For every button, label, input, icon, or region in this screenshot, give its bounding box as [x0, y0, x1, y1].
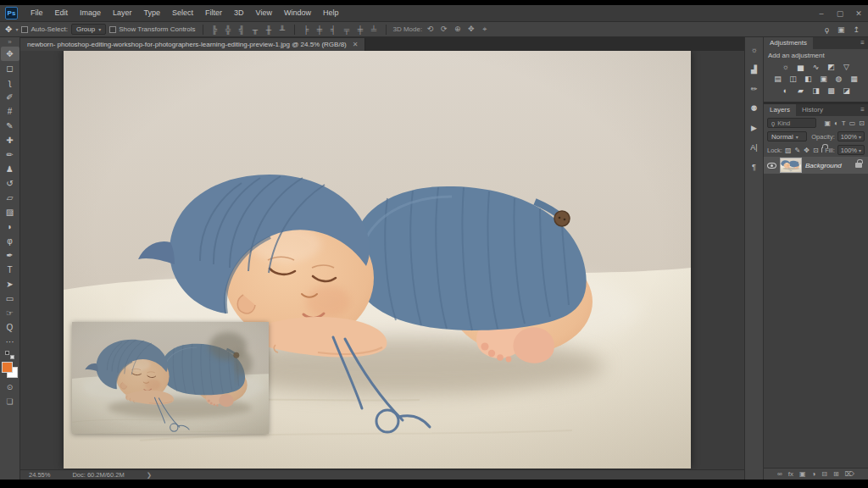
auto-select-checkbox[interactable]: [21, 26, 28, 33]
layer-mask-icon[interactable]: ▣: [799, 470, 806, 478]
blend-mode-dropdown[interactable]: Normal ▾: [767, 131, 807, 141]
lock-position-icon[interactable]: ✥: [804, 147, 810, 154]
menu-item[interactable]: Select: [166, 5, 199, 21]
clone-source-panel-icon[interactable]: ⚉: [746, 103, 763, 114]
lasso-tool[interactable]: ʅ: [1, 75, 19, 90]
align-center-horizontal-icon[interactable]: ╬: [224, 25, 233, 34]
distribute-left-icon[interactable]: ╞: [302, 25, 311, 34]
menu-item[interactable]: Help: [317, 5, 345, 21]
distribute-center-v-icon[interactable]: ╪: [356, 25, 365, 34]
actions-panel-icon[interactable]: ▶: [746, 122, 763, 134]
zoom-level[interactable]: 24.55%: [29, 471, 50, 479]
lock-transparency-icon[interactable]: ▨: [785, 147, 792, 154]
3d-camera-icon[interactable]: ⌖: [480, 25, 489, 34]
menu-item[interactable]: Window: [278, 5, 317, 21]
new-group-icon[interactable]: ⊟: [821, 470, 827, 478]
3d-orbit-icon[interactable]: ⟲: [426, 25, 435, 34]
screen-mode-icon[interactable]: ❏: [1, 394, 19, 408]
menu-item[interactable]: View: [250, 5, 278, 21]
distribute-bottom-icon[interactable]: ╧: [370, 25, 379, 34]
new-adjustment-icon[interactable]: ◑: [811, 470, 815, 478]
opacity-field[interactable]: 100% ▾: [837, 131, 865, 141]
menu-item[interactable]: Image: [74, 5, 107, 21]
layer-filter-dropdown[interactable]: ϙ Kind: [767, 118, 816, 128]
levels-icon[interactable]: ▅: [796, 62, 806, 71]
tab-close-icon[interactable]: ✕: [353, 41, 359, 48]
foreground-color-swatch[interactable]: [2, 362, 13, 373]
photo-filter-icon[interactable]: ▣: [819, 74, 829, 83]
chevron-down-icon[interactable]: ▾: [15, 26, 18, 32]
hue-saturation-icon[interactable]: ▤: [773, 74, 783, 83]
curves-icon[interactable]: ∿: [811, 62, 821, 71]
document-tab[interactable]: newborn- photoshop-editing-workshop-for-…: [20, 38, 365, 51]
gradient-map-icon[interactable]: ▩: [826, 86, 837, 95]
brush-settings-panel-icon[interactable]: ✏: [746, 83, 763, 95]
histogram-panel-icon[interactable]: ▟: [746, 64, 763, 75]
character-panel-icon[interactable]: A|: [746, 141, 763, 153]
menu-item[interactable]: Type: [138, 5, 167, 21]
layer-effects-icon[interactable]: fx: [788, 470, 793, 478]
layer-row-background[interactable]: Background: [764, 157, 868, 174]
search-icon[interactable]: ϙ: [825, 25, 829, 34]
spot-healing-tool[interactable]: ✚: [1, 133, 19, 147]
photo-canvas[interactable]: [64, 51, 691, 469]
align-bottom-icon[interactable]: ╨: [278, 25, 287, 34]
distribute-top-icon[interactable]: ╤: [342, 25, 352, 34]
eyedropper-tool[interactable]: ✎: [1, 119, 19, 133]
toolbar-collapse-icon[interactable]: »: [8, 38, 11, 47]
exposure-icon[interactable]: ◩: [826, 62, 837, 71]
zoom-tool[interactable]: Q: [1, 320, 19, 335]
canvas-pasteboard[interactable]: [20, 51, 744, 469]
dodge-tool[interactable]: φ: [1, 234, 19, 248]
lock-all-icon[interactable]: [821, 147, 823, 152]
status-chevron-icon[interactable]: ❯: [147, 471, 152, 479]
edit-toolbar-button[interactable]: ···: [1, 335, 19, 349]
history-brush-tool[interactable]: ↺: [1, 176, 19, 191]
brightness-contrast-icon[interactable]: ☼: [781, 62, 791, 71]
brush-tool[interactable]: ✏: [1, 147, 19, 162]
link-layers-icon[interactable]: ∞: [777, 470, 782, 478]
menu-item[interactable]: Filter: [199, 5, 228, 21]
blur-tool[interactable]: ◗: [1, 219, 19, 234]
show-transform-checkbox[interactable]: [109, 26, 116, 33]
adjustment-filter-icon[interactable]: ◐: [834, 119, 838, 127]
selective-color-icon[interactable]: ◪: [842, 86, 852, 95]
quick-selection-tool[interactable]: ✐: [1, 90, 19, 104]
align-right-icon[interactable]: ╣: [237, 25, 247, 34]
black-white-icon[interactable]: ◧: [804, 74, 814, 83]
3d-pan-icon[interactable]: ⊕: [453, 25, 462, 34]
quick-mask-icon[interactable]: ⊙: [1, 380, 19, 394]
eraser-tool[interactable]: ▱: [1, 191, 19, 205]
tab-layers[interactable]: Layers: [764, 104, 796, 116]
3d-slide-icon[interactable]: ✥: [466, 25, 476, 34]
shape-tool[interactable]: ▭: [1, 291, 19, 306]
delete-layer-icon[interactable]: ⌦: [845, 470, 854, 478]
menu-item[interactable]: 3D: [228, 5, 250, 21]
smart-object-filter-icon[interactable]: ⊡: [859, 119, 865, 127]
close-button[interactable]: ✕: [849, 9, 868, 18]
align-top-icon[interactable]: ╥: [251, 25, 260, 34]
tab-adjustments[interactable]: Adjustments: [764, 37, 813, 49]
align-center-vertical-icon[interactable]: ╫: [264, 25, 274, 34]
crop-tool[interactable]: #: [1, 104, 19, 119]
threshold-icon[interactable]: ◨: [811, 86, 821, 95]
color-lookup-icon[interactable]: ▦: [849, 74, 860, 83]
lock-artboard-icon[interactable]: ⊡: [813, 147, 819, 154]
marquee-tool[interactable]: ◻: [1, 61, 19, 75]
pen-tool[interactable]: ✒: [1, 248, 19, 263]
menu-item[interactable]: Edit: [49, 5, 75, 21]
invert-icon[interactable]: ◐: [781, 86, 791, 95]
share-icon[interactable]: ↥: [853, 25, 860, 34]
type-tool[interactable]: T: [1, 263, 19, 277]
posterize-icon[interactable]: ▰: [796, 86, 806, 95]
hand-tool[interactable]: ☞: [1, 306, 19, 320]
distribute-center-h-icon[interactable]: ╪: [315, 25, 325, 34]
align-left-icon[interactable]: ╠: [210, 25, 220, 34]
path-selection-tool[interactable]: ➤: [1, 277, 19, 291]
new-layer-icon[interactable]: ⊞: [833, 470, 839, 478]
fill-field[interactable]: 100% ▾: [837, 145, 865, 155]
panel-menu-icon[interactable]: ≡: [860, 104, 868, 116]
type-filter-icon[interactable]: T: [842, 119, 846, 127]
layer-visibility-icon[interactable]: [767, 163, 776, 169]
minimize-button[interactable]: –: [812, 9, 831, 18]
